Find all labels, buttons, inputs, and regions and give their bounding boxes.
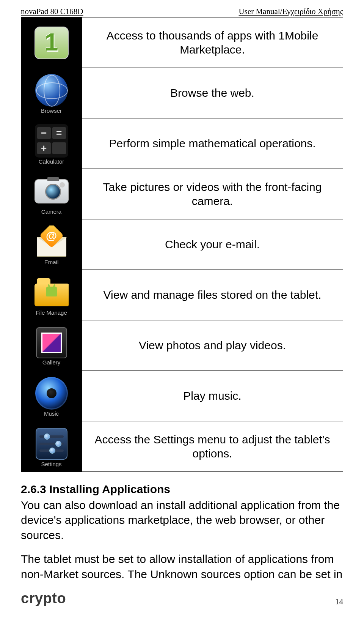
brand-logo: crypto: [21, 590, 66, 607]
table-row: Gallery View photos and play videos.: [21, 320, 343, 371]
app-icon-calculator: −=+ Calculator: [21, 118, 82, 169]
app-icon-camera: Camera: [21, 169, 82, 219]
app-icon-filemanager: File Manage: [21, 270, 82, 320]
email-icon: @: [35, 225, 69, 258]
header-left: novaPad 80 C168D: [21, 7, 83, 16]
app-desc: Perform simple mathematical operations.: [82, 118, 343, 169]
app-label: Calculator: [39, 158, 64, 165]
camera-icon: [35, 175, 69, 208]
app-icon-music: Music: [21, 371, 82, 421]
app-label: Camera: [41, 208, 61, 215]
table-row: @ Email Check your e-mail.: [21, 219, 343, 270]
app-icon-email: @ Email: [21, 219, 82, 270]
app-desc: Play music.: [82, 371, 343, 421]
table-row: −=+ Calculator Perform simple mathematic…: [21, 118, 343, 169]
page-footer: crypto 14: [21, 590, 343, 607]
calculator-icon: −=+: [35, 124, 68, 158]
app-icon-browser: Browser: [21, 68, 82, 118]
table-row: Music Play music.: [21, 371, 343, 421]
app-desc: Check your e-mail.: [82, 219, 343, 270]
table-row: File Manage View and manage files stored…: [21, 270, 343, 320]
table-row: Settings Access the Settings menu to adj…: [21, 421, 343, 472]
page-number: 14: [335, 597, 343, 607]
gallery-icon: [36, 327, 67, 358]
app-label: Gallery: [42, 359, 61, 366]
section-installing-applications: 2.6.3 Installing Applications You can al…: [21, 482, 343, 582]
header-right: User Manual/Εγχειρίδιο Χρήσης: [239, 7, 343, 16]
one-mobile-icon: 1: [35, 27, 69, 59]
app-label: Browser: [41, 107, 62, 114]
page-header: novaPad 80 C168D User Manual/Εγχειρίδιο …: [21, 0, 343, 16]
app-label: Email: [44, 259, 59, 265]
table-row: 1 Access to thousands of apps with 1Mobi…: [21, 17, 343, 68]
app-desc: Access to thousands of apps with 1Mobile…: [82, 17, 343, 68]
app-desc: View photos and play videos.: [82, 320, 343, 371]
app-desc: Browse the web.: [82, 68, 343, 118]
app-desc: Access the Settings menu to adjust the t…: [82, 421, 343, 472]
table-row: Browser Browse the web.: [21, 68, 343, 118]
app-desc: Take pictures or videos with the front-f…: [82, 169, 343, 219]
table-row: Camera Take pictures or videos with the …: [21, 169, 343, 219]
app-label: Music: [44, 410, 59, 417]
app-icon-gallery: Gallery: [21, 320, 82, 371]
speaker-icon: [35, 377, 69, 410]
section-heading: 2.6.3 Installing Applications: [21, 482, 343, 497]
section-paragraph: You can also download an install additio…: [21, 498, 343, 543]
section-paragraph: The tablet must be set to allow installa…: [21, 552, 343, 582]
globe-icon: [35, 74, 68, 107]
app-label: File Manage: [36, 309, 67, 316]
app-icon-settings: Settings: [21, 421, 82, 472]
app-icon-1mobile: 1: [21, 17, 82, 68]
app-desc: View and manage files stored on the tabl…: [82, 270, 343, 320]
apps-table: 1 Access to thousands of apps with 1Mobi…: [21, 17, 343, 472]
app-label: Settings: [41, 461, 61, 467]
folder-icon: [35, 276, 69, 309]
settings-sliders-icon: [35, 427, 69, 460]
